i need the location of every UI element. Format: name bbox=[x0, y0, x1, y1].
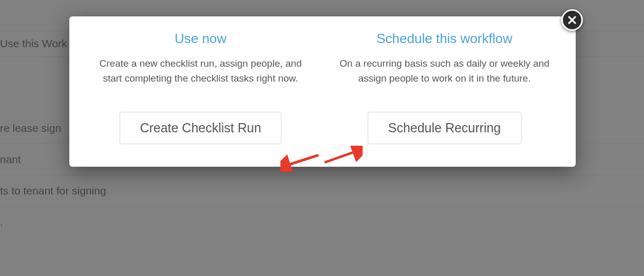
use-now-description: Create a new checklist run, assign peopl… bbox=[93, 56, 309, 86]
close-icon bbox=[567, 15, 577, 25]
close-modal-button[interactable] bbox=[561, 9, 583, 31]
use-now-title: Use now bbox=[91, 31, 310, 47]
workflow-action-modal: Use now Create a new checklist run, assi… bbox=[69, 16, 576, 167]
schedule-description: On a recurring basis such as daily or we… bbox=[337, 56, 553, 86]
schedule-title: Schedule this workflow bbox=[335, 31, 554, 47]
use-now-column: Use now Create a new checklist run, assi… bbox=[79, 31, 323, 144]
create-checklist-run-button[interactable]: Create Checklist Run bbox=[120, 112, 281, 144]
schedule-column: Schedule this workflow On a recurring ba… bbox=[323, 31, 566, 144]
schedule-recurring-button[interactable]: Schedule Recurring bbox=[368, 112, 522, 144]
